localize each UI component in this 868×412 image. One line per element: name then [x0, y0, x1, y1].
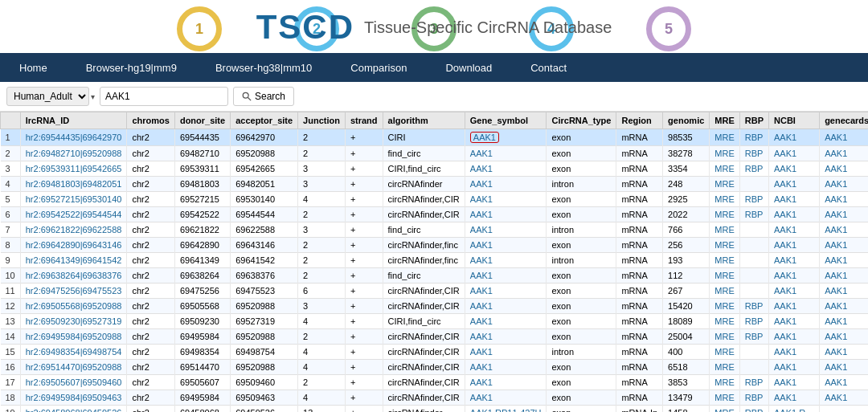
genecards-cell[interactable]: AAK1 — [820, 161, 868, 177]
genecards-cell[interactable]: AAK1 — [820, 329, 868, 345]
gene-symbol-cell[interactable]: AAK1 — [465, 360, 547, 375]
rbp-cell[interactable]: RBP — [739, 129, 768, 146]
genecards-cell[interactable]: AAK1 — [820, 268, 868, 284]
genecards-cell[interactable]: AAK1 — [820, 253, 868, 268]
genecards-cell[interactable]: AAK1 — [820, 360, 868, 375]
gene-symbol-cell[interactable]: AAK1 — [465, 253, 547, 268]
mre-cell[interactable]: MRE — [710, 253, 739, 268]
ncbi-cell[interactable]: AAK1 — [769, 284, 820, 299]
ncbi-cell[interactable]: AAK1 — [769, 161, 820, 177]
circrna-id-cell[interactable]: hr2:69621822|69622588 — [20, 222, 127, 238]
ncbi-cell[interactable]: AAK1 — [769, 129, 820, 146]
circrna-id-cell[interactable]: hr2:69481803|69482051 — [20, 177, 127, 192]
ncbi-cell[interactable]: AAK1 — [769, 329, 820, 345]
gene-symbol-cell[interactable]: AAK1 — [465, 390, 547, 406]
ncbi-cell[interactable]: AAK1,R… — [769, 406, 820, 413]
nav-comparison[interactable]: Comparison — [331, 53, 426, 82]
rbp-cell[interactable]: RBP — [739, 161, 768, 177]
circrna-id-cell[interactable]: hr2:69544435|69642970 — [20, 129, 127, 146]
circrna-id-cell[interactable]: hr2:69514470|69520988 — [20, 360, 127, 375]
rbp-cell[interactable]: RBP — [739, 192, 768, 207]
ncbi-cell[interactable]: AAK1 — [769, 268, 820, 284]
circrna-id-cell[interactable]: hr2:69495984|69520988 — [20, 329, 127, 345]
circrna-id-cell[interactable]: hr2:69638264|69638376 — [20, 268, 127, 284]
mre-cell[interactable]: MRE — [710, 161, 739, 177]
ncbi-cell[interactable]: AAK1 — [769, 345, 820, 360]
circrna-id-cell[interactable]: hr2:69542522|69544544 — [20, 207, 127, 222]
ncbi-cell[interactable]: AAK1 — [769, 177, 820, 192]
gene-symbol-cell[interactable]: AAK1 — [465, 177, 547, 192]
gene-symbol-cell[interactable]: AAK1 — [465, 192, 547, 207]
genecards-cell[interactable]: AAK1 — [820, 284, 868, 299]
category-select[interactable]: Human_Adult Human_Fetal Mouse_Adult — [6, 87, 89, 106]
nav-download[interactable]: Download — [426, 53, 511, 82]
rbp-cell[interactable]: RBP — [739, 375, 768, 390]
mre-cell[interactable]: MRE — [710, 129, 739, 146]
gene-symbol-cell[interactable]: AAK1 — [465, 314, 547, 329]
circrna-id-cell[interactable]: hr2:69495984|69509463 — [20, 390, 127, 406]
mre-cell[interactable]: MRE — [710, 284, 739, 299]
genecards-cell[interactable]: AAK1 — [820, 207, 868, 222]
mre-cell[interactable]: MRE — [710, 222, 739, 238]
gene-symbol-cell[interactable]: AAK1 — [465, 268, 547, 284]
circrna-id-cell[interactable]: hr2:69539311|69542665 — [20, 161, 127, 177]
gene-symbol-cell[interactable]: AAK1 — [465, 284, 547, 299]
ncbi-cell[interactable]: AAK1 — [769, 222, 820, 238]
ncbi-cell[interactable]: AAK1 — [769, 375, 820, 390]
circrna-id-cell[interactable]: hr2:69641349|69641542 — [20, 253, 127, 268]
mre-cell[interactable]: MRE — [710, 192, 739, 207]
rbp-cell[interactable]: RBP — [739, 207, 768, 222]
mre-cell[interactable]: MRE — [710, 268, 739, 284]
genecards-cell[interactable]: AAK1 — [820, 222, 868, 238]
ncbi-cell[interactable]: AAK1 — [769, 192, 820, 207]
rbp-cell[interactable]: RBP — [739, 390, 768, 406]
circrna-id-cell[interactable]: hr2:69475256|69475523 — [20, 284, 127, 299]
circrna-id-cell[interactable]: hr2:69505607|69509460 — [20, 375, 127, 390]
gene-symbol-cell[interactable]: AAK1 — [465, 375, 547, 390]
genecards-cell[interactable]: AAK1 — [820, 192, 868, 207]
rbp-cell[interactable]: RBP — [739, 299, 768, 314]
gene-symbol-cell[interactable]: AAK1,RP11-427H — [465, 406, 547, 413]
gene-symbol-cell[interactable]: AAK1 — [465, 238, 547, 253]
genecards-cell[interactable]: AAK1 — [820, 345, 868, 360]
ncbi-cell[interactable]: AAK1 — [769, 146, 820, 161]
nav-browser-hg38[interactable]: Browser-hg38|mm10 — [196, 53, 331, 82]
nav-contact[interactable]: Contact — [511, 53, 586, 82]
gene-symbol-cell[interactable]: AAK1 — [465, 146, 547, 161]
gene-symbol-cell[interactable]: AAK1 — [465, 329, 547, 345]
search-input[interactable] — [100, 87, 228, 106]
gene-symbol-cell[interactable]: AAK1 — [465, 222, 547, 238]
mre-cell[interactable]: MRE — [710, 146, 739, 161]
mre-cell[interactable]: MRE — [710, 329, 739, 345]
mre-cell[interactable]: MRE — [710, 375, 739, 390]
ncbi-cell[interactable]: AAK1 — [769, 299, 820, 314]
ncbi-cell[interactable]: AAK1 — [769, 390, 820, 406]
genecards-cell[interactable]: AAK1 — [820, 375, 868, 390]
ncbi-cell[interactable]: AAK1 — [769, 238, 820, 253]
ncbi-cell[interactable]: AAK1 — [769, 253, 820, 268]
genecards-cell[interactable]: AAK1 — [820, 314, 868, 329]
gene-symbol-cell[interactable]: AAK1 — [465, 161, 547, 177]
circrna-id-cell[interactable]: hr2:69509230|69527319 — [20, 314, 127, 329]
ncbi-cell[interactable]: AAK1 — [769, 360, 820, 375]
nav-browser-hg19[interactable]: Browser-hg19|mm9 — [67, 53, 196, 82]
mre-cell[interactable]: MRE — [710, 299, 739, 314]
ncbi-cell[interactable]: AAK1 — [769, 314, 820, 329]
mre-cell[interactable]: MRE — [710, 314, 739, 329]
rbp-cell[interactable]: RBP — [739, 314, 768, 329]
circrna-id-cell[interactable]: hr2:69527215|69530140 — [20, 192, 127, 207]
circrna-id-cell[interactable]: hr2:69505568|69520988 — [20, 299, 127, 314]
gene-symbol-cell[interactable]: AAK1 — [465, 345, 547, 360]
ncbi-cell[interactable]: AAK1 — [769, 207, 820, 222]
genecards-cell[interactable]: AAK1 — [820, 390, 868, 406]
mre-cell[interactable]: MRE — [710, 406, 739, 413]
mre-cell[interactable]: MRE — [710, 345, 739, 360]
rbp-cell[interactable]: RBP — [739, 146, 768, 161]
mre-cell[interactable]: MRE — [710, 177, 739, 192]
rbp-cell[interactable]: RBP — [739, 329, 768, 345]
search-button[interactable]: Search — [233, 87, 294, 106]
rbp-cell[interactable]: RBP — [739, 406, 768, 413]
gene-symbol-cell[interactable]: AAK1 — [465, 207, 547, 222]
genecards-cell[interactable]: AAK1 — [820, 238, 868, 253]
genecards-cell[interactable]: AAK1 — [820, 177, 868, 192]
